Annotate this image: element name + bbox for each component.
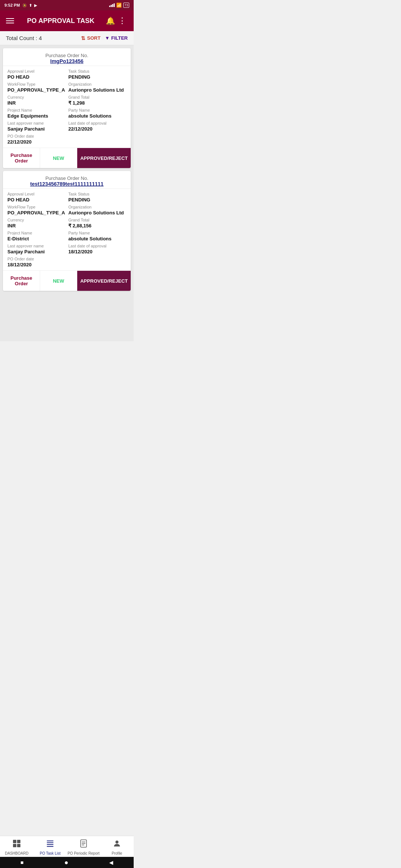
workflow-type-value-2: PO_APPROVAL_TYPE_A (7, 210, 65, 216)
new-status-button-1[interactable]: NEW (40, 148, 77, 168)
approval-level-label-2: Approval Level (7, 192, 65, 196)
po-order-date-label-1: PO Order date (7, 134, 65, 138)
cards-container: Purchase Order No. ImgPo123456 Approval … (0, 45, 134, 341)
po-order-date-group-2: PO Order date 18/12/2020 (7, 257, 65, 267)
po-card-1: Purchase Order No. ImgPo123456 Approval … (3, 48, 131, 168)
project-name-label-1: Project Name (7, 108, 65, 112)
youtube-icon: ▶ (34, 3, 37, 7)
new-status-button-2[interactable]: NEW (40, 271, 77, 291)
approval-level-value-1: PO HEAD (7, 74, 65, 80)
party-name-value-1: absolute Solutions (68, 113, 126, 119)
task-status-label-1: Task Status (68, 69, 126, 73)
approval-level-label-1: Approval Level (7, 69, 65, 73)
party-name-value-2: absolute Solutions (68, 236, 126, 241)
grand-total-value-1: ₹ 1,298 (68, 100, 126, 106)
last-date-value-2: 18/12/2020 (68, 249, 126, 254)
po-card-2: Purchase Order No. test123456789test1111… (3, 171, 131, 291)
approve-reject-button-1[interactable]: APPROVED/REJECT (77, 148, 131, 168)
currency-label-1: Currency (7, 95, 65, 99)
currency-value-1: INR (7, 100, 65, 106)
approve-reject-button-2[interactable]: APPROVED/REJECT (77, 271, 131, 291)
last-approver-group-1: Last approver name Sanjay Parchani (7, 121, 65, 132)
sort-button[interactable]: ⇅ SORT (81, 35, 100, 41)
po-order-date-label-2: PO Order date (7, 257, 65, 261)
last-approver-label-1: Last approver name (7, 121, 65, 125)
filter-button[interactable]: ▼ FILTER (105, 35, 128, 41)
purchase-order-button-1[interactable]: Purchase Order (3, 148, 40, 168)
party-name-label-1: Party Name (68, 108, 126, 112)
party-name-group-2: Party Name absolute Solutions (68, 231, 126, 241)
task-status-value-2: PENDING (68, 197, 126, 203)
po-order-date-group-1: PO Order date 22/12/2020 (7, 134, 65, 145)
time-display: 9:52 PM (4, 3, 20, 7)
task-status-value-1: PENDING (68, 74, 126, 80)
last-approver-group-2: Last approver name Sanjay Parchani (7, 244, 65, 254)
organization-label-2: Organization (68, 205, 126, 209)
currency-label-2: Currency (7, 218, 65, 222)
organization-group-1: Organization Aurionpro Solutions Ltd (68, 82, 126, 93)
po-card-1-fields: Approval Level PO HEAD Task Status PENDI… (3, 66, 131, 148)
status-bar: 9:52 PM 🔕 ⬆ ▶ 📶 73 (0, 0, 134, 10)
party-name-group-1: Party Name absolute Solutions (68, 108, 126, 119)
currency-group-1: Currency INR (7, 95, 65, 106)
status-indicators: 📶 73 (109, 3, 129, 8)
po-number-1[interactable]: ImgPo123456 (7, 58, 126, 64)
project-name-group-2: Project Name E-District (7, 231, 65, 241)
po-number-2[interactable]: test123456789test1111111111 (7, 181, 126, 187)
task-status-group-2: Task Status PENDING (68, 192, 126, 203)
grand-total-label-1: Grand Total (68, 95, 126, 99)
more-options-button[interactable]: ⋮ (117, 14, 128, 27)
sort-icon: ⇅ (81, 35, 85, 41)
po-order-date-value-2: 18/12/2020 (7, 262, 65, 267)
task-status-group-1: Task Status PENDING (68, 69, 126, 80)
purchase-order-button-2[interactable]: Purchase Order (3, 271, 40, 291)
last-date-value-1: 22/12/2020 (68, 126, 126, 132)
po-label-2: Purchase Order No. (7, 175, 126, 181)
task-status-label-2: Task Status (68, 192, 126, 196)
workflow-type-label-2: WorkFlow Type (7, 205, 65, 209)
po-card-2-fields: Approval Level PO HEAD Task Status PENDI… (3, 189, 131, 270)
currency-value-2: INR (7, 223, 65, 228)
approval-level-group-1: Approval Level PO HEAD (7, 69, 65, 80)
total-count: Total Count : 4 (6, 35, 42, 41)
upload-icon: ⬆ (29, 3, 32, 7)
notification-button[interactable]: 🔔 (104, 15, 117, 27)
mute-icon: 🔕 (22, 3, 27, 7)
party-name-label-2: Party Name (68, 231, 126, 235)
last-approver-value-1: Sanjay Parchani (7, 126, 65, 132)
filter-label: FILTER (111, 35, 128, 41)
filter-icon: ▼ (105, 35, 110, 41)
organization-value-1: Aurionpro Solutions Ltd (68, 87, 126, 93)
organization-value-2: Aurionpro Solutions Ltd (68, 210, 126, 216)
app-bar: PO APPROVAL TASK 🔔 ⋮ (0, 10, 134, 31)
last-date-group-2: Last date of approval 18/12/2020 (68, 244, 126, 254)
workflow-type-label-1: WorkFlow Type (7, 82, 65, 86)
po-label-1: Purchase Order No. (7, 53, 126, 58)
approval-level-value-2: PO HEAD (7, 197, 65, 203)
status-time: 9:52 PM 🔕 ⬆ ▶ (4, 3, 37, 7)
menu-button[interactable] (6, 18, 14, 23)
approval-level-group-2: Approval Level PO HEAD (7, 192, 65, 203)
po-card-1-header: Purchase Order No. ImgPo123456 (3, 48, 131, 66)
sort-label: SORT (87, 35, 100, 41)
last-date-label-2: Last date of approval (68, 244, 126, 248)
po-card-1-actions: Purchase Order NEW APPROVED/REJECT (3, 148, 131, 168)
battery-level: 73 (124, 3, 128, 7)
project-name-value-2: E-District (7, 236, 65, 241)
filter-bar: Total Count : 4 ⇅ SORT ▼ FILTER (0, 31, 134, 45)
grand-total-label-2: Grand Total (68, 218, 126, 222)
currency-group-2: Currency INR (7, 218, 65, 228)
last-approver-label-2: Last approver name (7, 244, 65, 248)
grand-total-value-2: ₹ 2,88,156 (68, 223, 126, 228)
battery-icon: 73 (123, 3, 129, 8)
project-name-label-2: Project Name (7, 231, 65, 235)
workflow-type-value-1: PO_APPROVAL_TYPE_A (7, 87, 65, 93)
last-date-label-1: Last date of approval (68, 121, 126, 125)
po-card-2-header: Purchase Order No. test123456789test1111… (3, 171, 131, 189)
workflow-type-group-2: WorkFlow Type PO_APPROVAL_TYPE_A (7, 205, 65, 216)
wifi-icon: 📶 (116, 3, 122, 8)
page-title: PO APPROVAL TASK (17, 17, 104, 25)
grand-total-group-2: Grand Total ₹ 2,88,156 (68, 218, 126, 228)
last-approver-value-2: Sanjay Parchani (7, 249, 65, 254)
last-date-group-1: Last date of approval 22/12/2020 (68, 121, 126, 132)
